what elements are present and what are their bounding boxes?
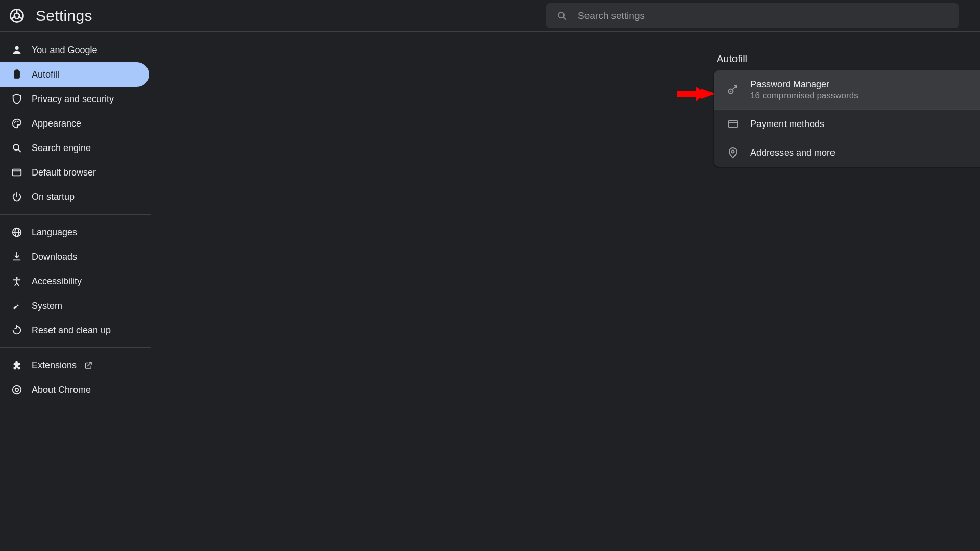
open-in-new-icon [84,361,93,370]
svg-rect-9 [15,76,18,77]
sidebar-item-search-engine[interactable]: Search engine [0,136,151,160]
sidebar-item-downloads[interactable]: Downloads [0,244,151,269]
credit-card-icon [727,118,750,130]
search-icon [556,10,568,21]
sidebar-divider [0,214,151,215]
row-title: Payment methods [750,118,980,130]
sidebar-item-label: Appearance [32,118,81,129]
sidebar-item-label: About Chrome [32,385,91,395]
autofill-card: Password Manager 16 compromised password… [714,70,980,167]
row-title: Addresses and more [750,146,980,159]
row-addresses[interactable]: Addresses and more [714,138,980,167]
sidebar-item-label: Reset and clean up [32,325,111,336]
location-icon [727,146,750,159]
wrench-icon [11,300,32,311]
sidebar-item-label: Default browser [32,167,96,178]
body: You and Google Autofill Privacy and secu… [0,32,980,551]
search-input[interactable] [578,10,948,21]
sidebar-item-label: Autofill [32,69,59,80]
sidebar-item-reset[interactable]: Reset and clean up [0,318,151,342]
clipboard-icon [11,69,32,80]
sidebar: You and Google Autofill Privacy and secu… [0,32,151,551]
restore-icon [11,324,32,336]
chrome-icon [11,384,32,395]
sidebar-item-label: Extensions [32,360,77,371]
annotation-arrow-icon [676,85,717,103]
svg-line-14 [18,149,21,152]
svg-rect-7 [15,73,18,73]
section-title: Autofill [717,53,747,65]
sidebar-item-system[interactable]: System [0,293,151,318]
accessibility-icon [11,276,32,287]
sidebar-item-label: Accessibility [32,276,82,287]
search-box[interactable] [546,3,959,28]
svg-point-28 [732,151,734,153]
svg-point-11 [15,121,16,122]
sidebar-item-appearance[interactable]: Appearance [0,111,151,136]
svg-point-21 [16,277,18,279]
power-icon [11,191,32,203]
svg-rect-15 [13,169,21,176]
svg-rect-6 [15,70,18,72]
sidebar-item-autofill[interactable]: Autofill [0,62,149,87]
page-title: Settings [36,7,92,24]
sidebar-item-label: Search engine [32,143,91,154]
sidebar-item-label: Languages [32,227,77,238]
search-icon [11,142,32,154]
svg-point-23 [15,388,18,391]
sidebar-item-on-startup[interactable]: On startup [0,185,151,209]
svg-rect-26 [728,121,738,127]
main-content: Autofill Password Manager 16 compromised… [151,32,980,551]
sidebar-item-label: Downloads [32,252,77,262]
svg-point-12 [17,121,18,122]
chrome-logo-icon [9,8,24,23]
sidebar-item-label: You and Google [32,45,97,56]
sidebar-item-label: Privacy and security [32,94,114,105]
sidebar-item-label: System [32,300,62,311]
sidebar-item-privacy-and-security[interactable]: Privacy and security [0,87,151,111]
sidebar-item-extensions[interactable]: Extensions [0,353,151,378]
shield-icon [11,93,32,105]
svg-point-4 [15,46,18,50]
download-icon [11,251,32,262]
svg-point-22 [13,386,21,394]
sidebar-item-languages[interactable]: Languages [0,220,151,244]
svg-line-3 [564,17,566,19]
extension-icon [11,360,32,371]
browser-window-icon [11,167,32,178]
row-subtitle: 16 compromised passwords [750,90,980,102]
row-title: Password Manager [750,78,980,90]
row-payment-methods[interactable]: Payment methods [714,110,980,138]
sidebar-item-default-browser[interactable]: Default browser [0,160,151,185]
globe-icon [11,227,32,238]
sidebar-item-accessibility[interactable]: Accessibility [0,269,151,293]
svg-point-10 [14,122,15,123]
sidebar-item-you-and-google[interactable]: You and Google [0,38,151,62]
sidebar-divider [0,347,151,348]
svg-rect-8 [15,74,18,75]
app-header: Settings [0,0,980,32]
svg-point-25 [730,90,732,92]
row-password-manager[interactable]: Password Manager 16 compromised password… [714,70,980,110]
key-icon [727,84,750,96]
person-icon [11,44,32,56]
palette-icon [11,118,32,129]
sidebar-item-about-chrome[interactable]: About Chrome [0,378,151,402]
sidebar-item-label: On startup [32,192,75,203]
